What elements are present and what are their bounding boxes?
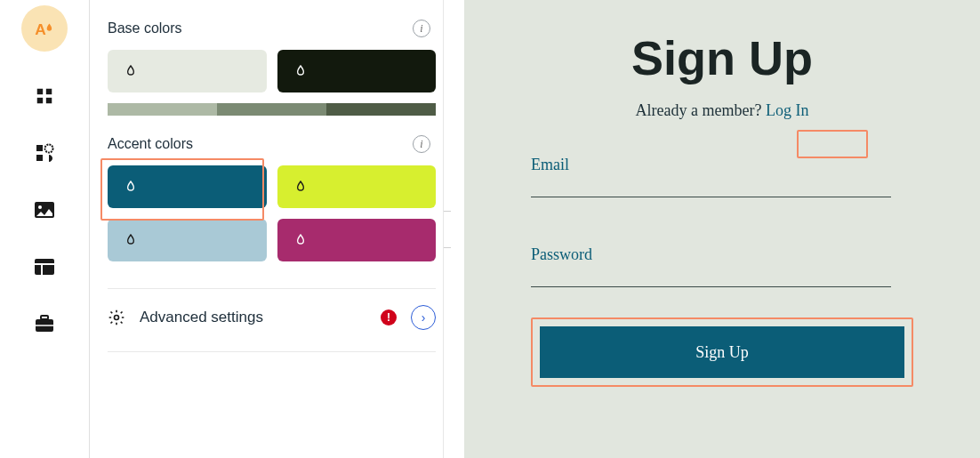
advanced-label: Advanced settings: [140, 309, 366, 326]
svg-rect-10: [35, 259, 54, 275]
drop-icon: [124, 233, 138, 247]
accent-colors-label: Accent colors: [108, 136, 193, 152]
svg-point-9: [38, 205, 42, 209]
base-swatch-dark[interactable]: [277, 50, 437, 92]
divider: [108, 351, 436, 352]
alert-icon: !: [381, 309, 397, 325]
base-colors-header: Base colors i: [108, 20, 436, 37]
svg-text:A: A: [35, 20, 46, 38]
svg-rect-5: [36, 145, 43, 151]
color-settings-panel: Base colors i Accent colors i: [89, 0, 443, 458]
signup-button[interactable]: Sign Up: [540, 326, 904, 378]
drop-icon: [293, 233, 308, 247]
nav-plugin-icon[interactable]: [32, 141, 57, 165]
email-label: Email: [531, 156, 913, 174]
svg-rect-6: [36, 155, 43, 161]
svg-rect-14: [41, 316, 48, 319]
drop-icon: [293, 180, 308, 194]
accent-swatch-magenta[interactable]: [277, 219, 437, 261]
base-swatch-light[interactable]: [108, 50, 267, 92]
accent-swatch-lightblue[interactable]: [108, 219, 267, 261]
svg-rect-1: [37, 89, 43, 94]
login-link[interactable]: Log In: [766, 101, 809, 120]
password-label: Password: [531, 245, 913, 264]
base-range-bar[interactable]: [108, 103, 436, 116]
base-swatch-row: [108, 50, 436, 92]
drop-icon: [124, 64, 138, 78]
app-logo[interactable]: A: [21, 5, 68, 52]
signup-form: Email Password: [531, 156, 913, 287]
expand-arrow-icon[interactable]: ›: [411, 305, 436, 330]
signup-subtitle: Already a member? Log In: [496, 101, 948, 120]
accent-info-icon[interactable]: i: [413, 135, 430, 153]
accent-swatch-lime[interactable]: [277, 165, 437, 208]
drop-icon: [293, 64, 308, 78]
base-colors-label: Base colors: [108, 20, 182, 36]
accent-swatch-group: [108, 165, 436, 261]
left-sidebar: A: [0, 0, 89, 458]
subtitle-text: Already a member?: [636, 101, 766, 119]
gear-icon: [108, 309, 125, 326]
svg-rect-2: [46, 89, 52, 94]
selection-highlight: [100, 158, 264, 221]
email-field[interactable]: [531, 174, 891, 197]
password-field[interactable]: [531, 264, 891, 287]
login-highlight-box: [797, 130, 868, 158]
signup-title: Sign Up: [496, 30, 948, 85]
divider: [108, 288, 436, 289]
nav-table-icon[interactable]: [32, 254, 57, 279]
svg-rect-3: [37, 98, 43, 103]
panel-resize-handle[interactable]: [443, 0, 464, 458]
base-info-icon[interactable]: i: [413, 20, 430, 37]
logo-drop-icon: A: [33, 17, 56, 40]
svg-rect-4: [46, 98, 52, 103]
svg-point-16: [115, 316, 119, 320]
nav-briefcase-icon[interactable]: [32, 311, 57, 336]
svg-point-7: [45, 145, 53, 153]
nav-grid-icon[interactable]: [32, 84, 57, 108]
signup-button-highlight: Sign Up: [531, 317, 913, 387]
signup-preview: Sign Up Already a member? Log In Email P…: [464, 0, 980, 458]
advanced-settings-row[interactable]: Advanced settings ! ›: [108, 305, 436, 330]
accent-colors-header: Accent colors i: [108, 135, 436, 153]
nav-image-icon[interactable]: [32, 197, 57, 222]
